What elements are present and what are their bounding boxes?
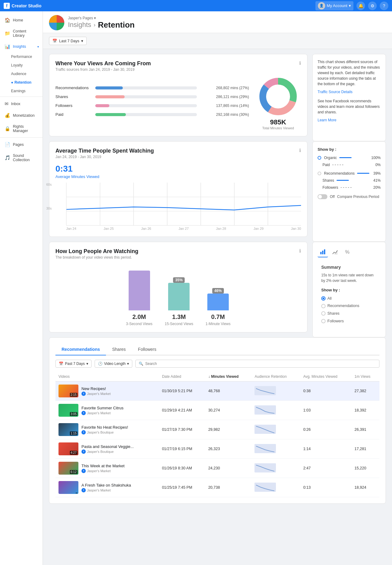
video-length-filter[interactable]: 🕐 Video Length ▾ — [95, 360, 133, 368]
recommendations-radio[interactable] — [318, 172, 321, 175]
bar-col-1min: 46% 0.7M 1-Minute Views — [205, 294, 231, 326]
account-button[interactable]: 👤 My Account ▾ — [315, 1, 353, 10]
sidebar-item-insights[interactable]: 📊 Insights ▾ — [0, 41, 43, 52]
traffic-source-details-link[interactable]: Traffic Source Details — [318, 89, 381, 95]
td-date-0: 01/30/19 5:21 PM — [159, 381, 205, 401]
learn-more-link[interactable]: Learn More — [318, 117, 381, 123]
line-chart-svg — [66, 183, 301, 225]
show-by-title-2: Show by : — [321, 287, 377, 293]
td-minutes-3: 26,323 — [205, 439, 252, 459]
td-date-3: 01/27/19 6:15 PM — [159, 439, 205, 459]
sidebar-sub-earnings[interactable]: Earnings — [7, 87, 43, 95]
radio-shares-label: Shares — [327, 311, 340, 317]
jaspers-pages-label[interactable]: Jasper's Pages ▾ — [68, 16, 135, 20]
traffic-label-3: Paid — [55, 112, 92, 117]
show-by-title: Show by : — [318, 146, 381, 153]
bar-1min-wrap: 46% — [207, 294, 229, 310]
sidebar-sub-audience[interactable]: Audience — [7, 70, 43, 78]
video-page-3: f Jasper's Boutique — [81, 449, 134, 454]
page-badge-4: f — [81, 469, 86, 473]
insights-submenu: Performance Loyalty Audience ●Retention … — [0, 52, 43, 95]
paid-label: Paid — [322, 162, 330, 168]
compare-toggle[interactable] — [318, 194, 327, 199]
radio-all-dot — [321, 296, 326, 301]
notifications-button[interactable]: 🔔 — [356, 2, 365, 10]
insights-chevron: ▾ — [37, 45, 39, 48]
calendar-icon-2: 📅 — [59, 362, 63, 366]
sidebar-item-monetization[interactable]: 💰 Monetization — [0, 110, 43, 121]
page-name-3: Jasper's Boutique — [87, 450, 114, 453]
tab-recommendations[interactable]: Recommendations — [55, 344, 106, 355]
radio-shares[interactable]: Shares — [321, 311, 377, 317]
td-video-5: A Fresh Take on Shakshuka f Jasper's Mar… — [55, 478, 159, 497]
settings-button[interactable]: ⚙ — [368, 2, 377, 10]
tab-followers[interactable]: Followers — [132, 344, 163, 355]
help-button[interactable]: ? — [380, 2, 388, 10]
td-date-1: 01/29/19 4:21 AM — [159, 401, 205, 420]
date-range-label: Past 7 Days — [65, 362, 85, 366]
radio-followers[interactable]: Followers — [321, 318, 377, 324]
x-label-jan30: Jan 30 — [291, 227, 301, 230]
sidebar-sub-retention[interactable]: ●Retention — [7, 78, 43, 87]
percent-chart-btn[interactable]: % — [342, 247, 352, 257]
retention-chart-4 — [254, 463, 276, 472]
bar-chart-wrap: 2.0M 3-Second Views 35% 1.3M 15-Second V… — [55, 264, 301, 326]
shares-breakdown-label: Shares — [322, 178, 334, 183]
breadcrumb-current: Retention — [98, 20, 135, 30]
avg-minutes-label[interactable]: Average Minutes Viewed — [55, 174, 301, 179]
summary-text: 15s to 1m views rate went down by 2% ove… — [321, 272, 377, 283]
line-chart-btn[interactable] — [330, 247, 340, 257]
date-filter-label: Last 7 Days — [59, 39, 79, 43]
bar-chart-btn[interactable] — [318, 247, 328, 257]
how-long-info-icon[interactable]: ℹ — [299, 248, 301, 254]
video-duration-3: 4:27 — [70, 451, 77, 455]
td-avg-3: 1:14 — [300, 439, 351, 459]
sidebar-item-rights-manager[interactable]: 🔒 Rights Manager — [0, 121, 43, 136]
radio-all[interactable]: All — [321, 296, 377, 301]
sidebar-item-sound-collection[interactable]: 🎵 Sound Collection — [0, 150, 43, 165]
td-date-2: 01/27/19 7:30 PM — [159, 420, 205, 439]
sidebar-item-pages[interactable]: 📄 Pages — [0, 139, 43, 150]
traffic-value-0: 268,802 mins (27%) — [200, 86, 249, 90]
table-header-row: Videos Date Added ↓ Minutes Viewed Audie… — [55, 372, 379, 381]
date-filter-button[interactable]: 📅 Last 7 Days ▾ — [49, 37, 87, 45]
sidebar-item-inbox[interactable]: ✉ Inbox — [0, 98, 43, 110]
sidebar-sub-performance[interactable]: Performance — [7, 52, 43, 61]
radio-followers-dot — [321, 319, 326, 323]
pct-badge-1min: 46% — [212, 288, 224, 294]
avg-time-info-icon[interactable]: ℹ — [299, 148, 301, 153]
date-range-filter[interactable]: 📅 Past 7 Days ▾ — [55, 360, 92, 368]
th-minutes[interactable]: ↓ Minutes Viewed — [205, 372, 252, 381]
th-avg-minutes: Avg. Minutes Viewed — [300, 372, 351, 381]
search-input[interactable] — [145, 362, 376, 366]
sidebar-item-home[interactable]: 🏠 Home — [0, 14, 43, 26]
td-avg-1: 1:03 — [300, 401, 351, 420]
content-library-icon: 📁 — [5, 31, 10, 36]
organic-radio[interactable] — [318, 156, 321, 160]
x-label-jan28: Jan 28 — [216, 227, 226, 230]
traffic-row-recommendations: Recommendations 268,802 mins (27%) — [55, 85, 249, 90]
line-chart-icon — [332, 249, 338, 255]
retention-chart-2 — [254, 425, 276, 434]
radio-recommendations[interactable]: Recommendations — [321, 303, 377, 309]
recommendations-value: 39% — [373, 171, 381, 176]
traffic-row-followers: Followers 137,865 mins (14%) — [55, 103, 249, 108]
tab-shares[interactable]: Shares — [106, 344, 132, 355]
x-label-jan27: Jan 27 — [179, 227, 189, 230]
date-chevron-icon: ▾ — [81, 39, 83, 43]
table-body: 2:15 New Recipes! f Jasper's Market — [55, 381, 379, 497]
donut-chart-svg — [258, 77, 298, 116]
fb-logo-icon: f — [4, 3, 10, 9]
video-length-chevron: ▾ — [127, 362, 129, 366]
bar-col-3sec: 2.0M 3-Second Views — [126, 271, 153, 326]
td-avg-5: 0:13 — [300, 478, 351, 497]
traffic-info-icon[interactable]: ℹ — [299, 60, 301, 66]
sidebar-sub-loyalty[interactable]: Loyalty — [7, 61, 43, 70]
y-label-60s: 60s — [46, 183, 52, 186]
sidebar-item-content-library[interactable]: 📁 Content Library — [0, 26, 43, 41]
bar-lbl-3sec: 3-Second Views — [126, 322, 153, 326]
td-date-5: 01/25/19 7:45 PM — [159, 478, 205, 497]
td-1m-3: 17,281 — [352, 439, 379, 459]
th-1m-views: 1m Views — [352, 372, 379, 381]
video-page-4: f Jasper's Market — [81, 469, 125, 473]
